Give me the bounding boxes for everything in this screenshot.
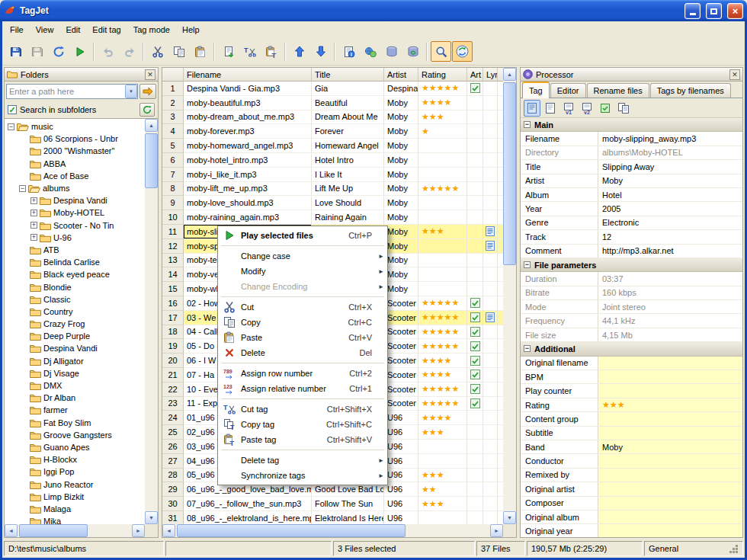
cell-rating[interactable]: ★★★ [418,497,467,511]
cell-art[interactable] [467,124,483,139]
cell-lyrics[interactable] [483,382,498,397]
cell-lyrics[interactable] [483,411,498,425]
property-value[interactable]: Moby [598,174,742,187]
cell-artist[interactable]: Moby [384,182,418,197]
cell-art[interactable] [467,368,483,382]
cell-art[interactable] [467,411,483,425]
cell-artist[interactable]: Moby [384,254,418,268]
cell-filename[interactable]: 07_u96_-_follow_the_sun.mp3 [184,497,312,511]
table-row[interactable]: 3moby-dream_about_me.mp3Dream About MeMo… [162,110,503,125]
minimize-button[interactable] [684,3,701,19]
cell-lyrics[interactable] [483,482,498,497]
tree-item-classic[interactable]: Classic [5,293,145,306]
cell-rating[interactable] [418,196,467,210]
cell-rating[interactable] [418,153,467,168]
cell-lyrics[interactable] [483,440,498,454]
tree-horizontal-scrollbar[interactable]: ◄ ► [5,524,145,537]
menu-help[interactable]: Help [176,22,206,37]
move-up-button[interactable] [289,41,309,62]
cell-filename[interactable]: moby-forever.mp3 [184,124,312,139]
table-horizontal-scrollbar[interactable]: ◄ ► [162,524,503,537]
menu-view[interactable]: View [30,22,60,37]
cell-art[interactable] [467,296,483,311]
tree-item-scooter-no-tin[interactable]: +Scooter - No Tin [5,219,145,232]
cell-title[interactable]: Follow The Sun [312,497,384,511]
property-value[interactable]: 160 kbps [598,286,742,299]
cell-filename[interactable]: moby-hotel_intro.mp3 [184,153,312,168]
cell-lyrics[interactable] [483,311,498,325]
cell-lyrics[interactable] [483,397,498,411]
cell-lyrics[interactable] [483,124,498,139]
cell-rating[interactable] [418,511,467,524]
tag-copy-button[interactable] [615,100,632,117]
cell-title[interactable]: Elektroland Is Here [312,511,384,524]
sync-button[interactable] [452,41,473,62]
scroll-thumb[interactable] [503,82,516,265]
cut-button[interactable] [147,41,168,62]
cell-title[interactable]: Love Should [312,196,384,210]
expand-icon[interactable]: + [30,210,37,216]
cell-artist[interactable]: Moby [384,239,418,254]
tree-item-groove-gangsters[interactable]: Groove Gangsters [5,429,145,441]
cell-art[interactable] [467,196,483,210]
cell-art[interactable] [467,153,483,168]
column-header-artist[interactable]: Artist [384,68,418,82]
cell-title[interactable]: Dream About Me [312,110,384,125]
menu-tag-mode[interactable]: Tag mode [127,22,176,37]
tree-item-2000-wishmaster[interactable]: 2000 "Wishmaster" [5,145,145,157]
cell-art[interactable] [467,82,483,96]
menu-item-synchronize-tags[interactable]: Synchronize tags► [220,468,386,483]
property-value[interactable]: 12 [598,230,742,243]
property-value[interactable]: Hotel [598,188,742,201]
cell-art[interactable] [467,382,483,397]
menu-item-modify[interactable]: Modify► [220,264,386,279]
cell-rating[interactable]: ★★★ [418,225,467,239]
tree-item-dmx[interactable]: DMX [5,379,145,392]
cell-lyrics[interactable] [483,168,498,182]
tree-item-iggi-pop[interactable]: Iggi Pop [5,466,145,478]
cell-art[interactable] [467,267,483,282]
menu-item-change-case[interactable]: Change case► [220,248,386,264]
property-value[interactable] [598,384,742,397]
table-row[interactable]: 6moby-hotel_intro.mp3Hotel IntroMoby [162,153,503,168]
redo-button[interactable] [119,41,139,62]
cell-rating[interactable]: ★★★★★ [418,296,467,311]
cell-rating[interactable]: ★★★★ [418,354,467,368]
tree-item-mika[interactable]: Mika [5,515,145,524]
property-value[interactable]: 44,1 kHz [598,314,742,327]
cell-rating[interactable] [418,254,467,268]
scroll-up-icon[interactable]: ▲ [145,119,158,132]
menu-item-paste-tag[interactable]: TPaste tagCtrl+Shift+V [220,432,386,447]
cell-lyrics[interactable] [483,254,498,268]
cell-title[interactable]: Gia [312,82,384,96]
search-subfolders-label[interactable]: Search in subfolders [20,105,96,114]
tree-item-06-scorpions-unbr[interactable]: 06 Scorpions - Unbr [5,133,145,145]
play-button[interactable] [69,41,90,62]
menu-item-cut[interactable]: CutCtrl+X [220,299,386,315]
cell-rating[interactable] [418,168,467,182]
cell-artist[interactable]: Scooter [384,354,418,368]
cell-artist[interactable]: Moby [384,168,418,182]
tab-editor[interactable]: Editor [550,83,586,98]
cell-filename[interactable]: Despina Vandi - Gia.mp3 [184,82,312,96]
cell-art[interactable] [467,182,483,197]
cell-artist[interactable]: U96 [384,454,418,469]
cell-artist[interactable]: Scooter [384,296,418,311]
table-vertical-scrollbar[interactable]: ▲ ▼ [503,68,516,524]
search-button[interactable] [431,41,451,62]
cell-artist[interactable]: Moby [384,282,418,296]
cell-filename[interactable]: moby-raining_again.mp3 [184,210,312,225]
collapse-icon[interactable]: − [8,123,14,130]
cell-art[interactable] [467,469,483,483]
cell-artist[interactable]: Scooter [384,311,418,325]
table-row[interactable]: 4moby-forever.mp3ForeverMoby★ [162,124,503,139]
cell-art[interactable] [467,311,483,325]
cell-rating[interactable]: ★★★★★ [418,397,467,411]
cell-artist[interactable]: Scooter [384,382,418,397]
collapse-icon[interactable]: − [524,121,531,128]
expand-icon[interactable]: + [30,197,37,204]
scroll-thumb[interactable] [19,524,88,537]
cut-tag-button[interactable]: T [239,41,260,62]
cell-art[interactable] [467,225,483,239]
property-value[interactable] [598,454,742,467]
